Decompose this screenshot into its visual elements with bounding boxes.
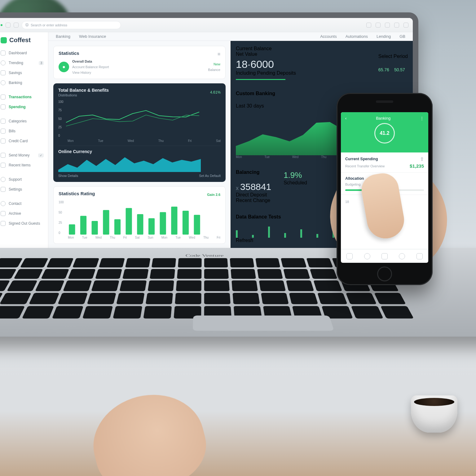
download-icon[interactable] <box>394 23 399 28</box>
home-button[interactable] <box>377 267 392 281</box>
nav-icon <box>1 80 6 85</box>
svg-rect-16 <box>300 229 302 238</box>
nav-badge: ✓ <box>38 153 44 157</box>
phone-card-1[interactable]: Current Spending ⇪ Recent Transfer Overv… <box>341 152 428 173</box>
bookmark-icon[interactable] <box>376 23 381 28</box>
sidebar-item-13[interactable]: Recent Items <box>0 160 48 170</box>
nav-label: Credit Card <box>9 139 28 143</box>
period-label[interactable]: Select Period <box>378 54 408 59</box>
secure-dot-icon <box>1 24 2 26</box>
browser-tab-icon[interactable] <box>14 23 19 28</box>
extension-icon[interactable] <box>366 23 371 28</box>
barchart-xaxis: MonTueWedThuFriSatSunMonTueWedThuFri <box>68 236 220 239</box>
phone-earpiece <box>376 100 393 103</box>
barchart-svg <box>66 201 203 235</box>
sidebar-item-5[interactable]: Transactions <box>0 92 48 102</box>
coffee-mug <box>411 395 457 433</box>
nav-label: Contact <box>9 201 21 206</box>
sidebar-item-12[interactable]: Send Money✓ <box>0 150 48 160</box>
heart-icon[interactable] <box>385 23 390 28</box>
linechart-title: Total Balance & Benefits <box>58 88 109 93</box>
nav-label: Categories <box>9 119 27 123</box>
sidebar-item-9[interactable]: Bills <box>0 126 48 136</box>
nav-label: Signed Out Guests <box>9 221 40 226</box>
share-icon[interactable]: ⇪ <box>420 156 424 162</box>
topnav-banking[interactable]: Banking <box>55 32 71 41</box>
sidebar-item-15[interactable]: Support <box>0 174 48 184</box>
address-placeholder: Search or enter address <box>31 23 67 27</box>
nav-icon <box>1 221 6 226</box>
sidebar-item-10[interactable]: Credit Card <box>0 136 48 146</box>
tab-home-icon[interactable] <box>346 253 353 259</box>
nav-label: Support <box>9 177 22 182</box>
nav-icon <box>1 104 6 109</box>
browser-actions <box>366 23 408 28</box>
tab-clock-icon[interactable] <box>399 253 405 259</box>
darkstats-title: Balancing <box>236 170 271 175</box>
pcard1-title: Current Spending <box>345 157 378 161</box>
sidebar-item-20[interactable]: Signed Out Guests <box>0 218 48 228</box>
svg-rect-0 <box>69 224 75 235</box>
topnav-lending[interactable]: Lending <box>376 32 391 41</box>
menu-icon[interactable] <box>403 23 408 28</box>
sidebar-item-2[interactable]: Savings <box>0 68 48 78</box>
phone-footer: 18 <box>345 200 349 204</box>
address-bar[interactable]: ⦿ Search or enter address <box>22 21 121 29</box>
sidebar-item-0[interactable]: Dashboard <box>0 48 48 58</box>
linechart-footR[interactable]: Set As Default <box>199 174 221 178</box>
nav-label: Savings <box>9 71 22 75</box>
avatar-icon: ● <box>59 62 69 72</box>
barchart-yaxis: 10050250 <box>59 201 64 235</box>
nav-icon <box>1 187 6 192</box>
sidebar-item-19[interactable]: Archive <box>0 209 48 218</box>
overview-new[interactable]: New <box>214 62 220 66</box>
svg-rect-2 <box>91 221 98 235</box>
phone-menu-icon[interactable]: ⋮ <box>420 116 424 121</box>
left-hand <box>83 383 214 476</box>
topnav-automations[interactable]: Automations <box>345 32 368 41</box>
trackpad <box>193 315 334 331</box>
svg-rect-15 <box>284 233 286 238</box>
balance-value: 18·6000 <box>236 58 296 70</box>
overview-balance[interactable]: Balance <box>208 68 220 72</box>
sidebar-item-18[interactable]: Contact <box>0 199 48 209</box>
browser-tab-icon[interactable] <box>6 23 11 28</box>
stat-r2: 50.57 <box>394 67 405 72</box>
topnav-insurance[interactable]: Web Insurance <box>78 32 107 41</box>
sidebar-item-3[interactable]: Banking <box>0 78 48 88</box>
linechart-yaxis: 1007550250 <box>58 100 64 137</box>
sidebar-item-16[interactable]: Settings <box>0 184 48 194</box>
svg-rect-9 <box>171 207 177 235</box>
nav-icon <box>1 129 6 134</box>
pcard1-value: $1,235 <box>410 163 424 169</box>
nav-label: Settings <box>9 187 22 192</box>
svg-rect-13 <box>252 235 254 238</box>
sidebar-item-6[interactable]: Spending <box>0 102 48 112</box>
svg-rect-10 <box>183 211 189 235</box>
darkstats-big: 358841 <box>240 182 271 192</box>
nav-label: Transactions <box>9 95 32 99</box>
nav-icon <box>1 163 6 168</box>
svg-rect-3 <box>103 210 109 235</box>
sidebar-item-8[interactable]: Categories <box>0 116 48 126</box>
darkstats-pct: 1.9% <box>284 170 307 180</box>
nav-icon <box>1 70 6 75</box>
svg-rect-12 <box>236 230 238 238</box>
pcard1-sub: Recent Transfer Overview <box>345 164 385 168</box>
tab-more-icon[interactable] <box>416 253 423 259</box>
linechart-footL[interactable]: Show Details <box>58 174 78 178</box>
darkbars-title: Data Balance Tests <box>236 214 281 220</box>
card-menu-icon[interactable]: ≡ <box>218 51 220 57</box>
nav-label: Spending <box>9 105 26 109</box>
back-icon[interactable]: ‹ <box>345 116 346 121</box>
balance-sub: Net Value <box>236 51 296 57</box>
tab-wallet-icon[interactable] <box>381 253 388 259</box>
topnav-accounts[interactable]: Accounts <box>320 32 337 41</box>
nav-icon <box>1 119 6 124</box>
svg-rect-5 <box>126 208 132 235</box>
phone-tabbar <box>341 249 428 263</box>
brand[interactable]: Coffest <box>0 37 48 48</box>
tab-stats-icon[interactable] <box>364 253 370 259</box>
sidebar-item-1[interactable]: Trending3 <box>0 58 48 68</box>
topnav-region[interactable]: GB <box>399 32 406 41</box>
